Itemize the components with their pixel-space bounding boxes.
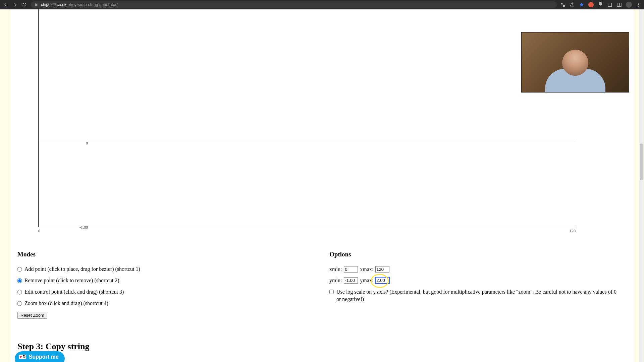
mode-add-point[interactable]: Add point (click to place, drag for bezi… [17,266,309,272]
xmin-input[interactable] [344,266,358,273]
options-column: Options xmin: xmax: ymin: ymax: Use [329,251,621,319]
log-scale-checkbox[interactable] [329,290,334,294]
extension-square-icon[interactable] [607,2,612,7]
mode-remove-point-label: Remove point (click to remove) (shortcut… [24,278,119,284]
xmax-label: xmax: [360,266,373,273]
support-heart-icon: ♥D [19,355,26,359]
controls-row: Modes Add point (click to place, drag fo… [17,251,627,319]
support-label: Support me [29,354,59,360]
svg-rect-1 [617,3,621,7]
step3-heading: Step 3: Copy string [17,342,627,352]
extensions-puzzle-icon[interactable] [598,2,603,7]
svg-rect-0 [608,3,612,7]
x-range-row: xmin: xmax: [329,266,621,273]
support-me-button[interactable]: ♥D Support me [15,351,65,362]
extension-red-icon[interactable] [588,2,594,7]
mode-edit-control-radio[interactable] [17,290,22,294]
profile-avatar[interactable] [626,2,632,8]
reset-zoom-button[interactable]: Reset Zoom [17,312,47,319]
svg-point-3 [638,4,639,5]
browser-toolbar: chigozie.co.uk/keyframe-string-generator… [0,0,644,9]
address-bar[interactable]: chigozie.co.uk/keyframe-string-generator… [31,1,557,8]
log-scale-label: Use log scale on y axis? (Experimental, … [336,288,618,303]
translate-icon[interactable] [560,2,566,7]
kebab-menu-icon[interactable] [636,2,641,7]
ymin-label: ymin: [329,278,342,284]
ytick-neg1: -1.00 [79,225,88,230]
xmin-label: xmin: [329,266,342,273]
mode-add-point-radio[interactable] [17,267,22,272]
mode-edit-control[interactable]: Edit control point (click and drag) (sho… [17,289,309,295]
mode-zoom-box-radio[interactable] [17,301,22,306]
ytick-0: 0 [86,141,88,146]
mode-remove-point[interactable]: Remove point (click to remove) (shortcut… [17,278,309,284]
sidepanel-icon[interactable] [616,2,622,7]
bookmark-star-icon[interactable] [579,2,584,7]
ymax-label: ymax: [360,278,373,284]
webcam-overlay [521,32,629,93]
mode-zoom-box-label: Zoom box (click and drag) (shortcut 4) [24,300,108,306]
mode-edit-control-label: Edit control point (click and drag) (sho… [24,289,124,295]
vertical-scrollbar[interactable] [639,9,644,362]
lock-icon [34,3,38,7]
ymax-input[interactable] [375,277,389,284]
options-title: Options [329,251,621,258]
xtick-0: 0 [38,229,40,234]
url-path: /keyframe-string-generator/ [69,2,118,7]
share-icon[interactable] [570,2,575,7]
webcam-person [545,69,605,92]
log-scale-row[interactable]: Use log scale on y axis? (Experimental, … [329,288,618,303]
modes-title: Modes [17,251,309,258]
svg-point-2 [638,3,639,4]
svg-point-4 [638,6,639,7]
reload-button[interactable] [21,2,28,8]
toolbar-extensions [560,2,641,8]
mode-zoom-box[interactable]: Zoom box (click and drag) (shortcut 4) [17,300,309,306]
mode-remove-point-radio[interactable] [17,278,22,283]
mode-add-point-label: Add point (click to place, drag for bezi… [24,266,140,272]
y-range-row: ymin: ymax: [329,277,621,284]
chart-canvas[interactable] [38,9,575,227]
scrollbar-thumb[interactable] [640,143,643,180]
page-body: 0 -1.00 0 120 Modes Add point (click to … [0,9,644,362]
gridline-zero [39,142,575,142]
forward-button[interactable] [12,2,18,8]
modes-column: Modes Add point (click to place, drag fo… [17,251,309,319]
back-button[interactable] [3,2,9,8]
xtick-120: 120 [570,229,576,234]
xmax-input[interactable] [375,266,389,273]
ymin-input[interactable] [344,277,358,284]
url-host: chigozie.co.uk [41,2,66,7]
